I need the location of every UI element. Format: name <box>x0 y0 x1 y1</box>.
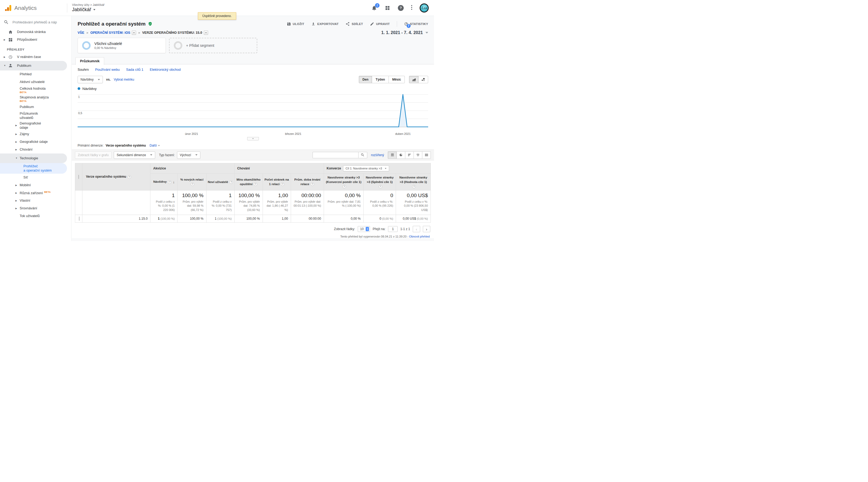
select-metric-link[interactable]: Vybrat metriku <box>114 78 134 81</box>
secondary-dimension-dropdown[interactable]: Sekundární dimenze <box>114 151 155 159</box>
notifications-bell-icon[interactable]: 2 <box>371 5 377 11</box>
crumb-dropdown-button[interactable] <box>132 31 136 35</box>
sidebar-item-geografické-údaje[interactable]: ▶Geografické údaje <box>0 138 71 146</box>
add-segment-button[interactable]: + Přidat segment <box>169 38 257 53</box>
more-options-icon[interactable] <box>411 5 412 11</box>
sdílet-button[interactable]: SDÍLET <box>345 22 363 26</box>
subtab-pou-v-n-webu[interactable]: Používání webu <box>95 67 120 72</box>
sidebar-item-srovnávání[interactable]: ▶Srovnávání <box>0 204 71 212</box>
sidebar-item-v-reálném-čase[interactable]: ▶V reálném čase <box>0 53 71 61</box>
chart-plot-area[interactable]: 10,5 <box>78 92 428 132</box>
search-input[interactable] <box>12 20 67 25</box>
motion-chart-icon[interactable] <box>418 76 428 83</box>
goal-selector-dropdown[interactable]: Cíl 1: Navstivene stranky >3 <box>343 166 389 171</box>
subtab-sada-c-l-1[interactable]: Sada cílů 1 <box>126 67 143 72</box>
help-icon[interactable]: ? <box>191 182 194 186</box>
granularity-měsíc[interactable]: Měsíc <box>389 76 405 83</box>
more-dimensions-link[interactable]: Další <box>150 144 160 147</box>
primary-dimension-selected[interactable]: Verze operačního systému <box>105 144 146 147</box>
sidebar-item-domovská-stránka[interactable]: Domovská stránka <box>0 28 71 36</box>
help-icon[interactable]: ? <box>229 180 233 184</box>
column-header-1[interactable]: % nových relací? <box>178 174 206 191</box>
chart-collapse-button[interactable] <box>247 137 259 140</box>
sidebar-item-přizpůsobení[interactable]: ▶Přizpůsobení <box>0 36 71 44</box>
sidebar-item-aktivní-uživatelé[interactable]: Aktivní uživatelé <box>0 78 71 86</box>
prev-page-button[interactable]: ‹ <box>413 226 420 232</box>
sidebar-item-technologie[interactable]: ▼Technologie <box>0 153 67 163</box>
exportovat-button[interactable]: EXPORTOVAT <box>311 22 339 26</box>
search-icon[interactable] <box>358 152 367 158</box>
column-header-8[interactable]: Navstivene stranky >3 (Hodnota cíle 1)? <box>396 174 431 191</box>
sidebar-item-síť[interactable]: Síť <box>0 174 71 181</box>
sidebar-item-tok-uživatelů[interactable]: Tok uživatelů <box>0 212 71 220</box>
account-switcher[interactable]: Jablíčkář <box>72 7 104 12</box>
sidebar-item-publikum[interactable]: ▼Publikum <box>0 61 67 70</box>
help-icon[interactable]: ? <box>311 182 314 186</box>
granularity-týden[interactable]: Týden <box>372 76 389 83</box>
help-icon[interactable]: ? <box>412 185 416 188</box>
data-table-view-icon[interactable] <box>388 152 397 159</box>
help-icon[interactable]: ? <box>379 185 382 188</box>
sidebar-item-celková-hodnota[interactable]: Celková hodnotaBETA <box>0 86 71 95</box>
statistiky-button[interactable]: 7STATISTIKY <box>404 22 428 26</box>
comparison-view-icon[interactable] <box>413 152 422 159</box>
help-icon[interactable]: ? <box>343 185 346 188</box>
uložit-button[interactable]: ULOŽIT <box>287 22 304 26</box>
rows-per-page-select[interactable]: 10 ▲▼ <box>358 226 370 232</box>
column-header-5[interactable]: Prům. doba trvání relace? <box>291 174 324 191</box>
dimension-column-header[interactable]: Verze operačního systému? <box>82 163 150 191</box>
sidebar-item-skupinová-analýza[interactable]: Skupinová analýzaBETA <box>0 95 71 104</box>
logo-area[interactable]: Analytics <box>0 4 67 12</box>
column-header-6[interactable]: Navstivene stranky >3 (Konverzní poměr c… <box>324 174 364 191</box>
sidebar-item-přehled[interactable]: Přehled <box>0 70 71 78</box>
pivot-view-icon[interactable] <box>422 152 431 159</box>
help-icon[interactable]: ? <box>281 182 284 186</box>
row-checkbox[interactable] <box>79 217 80 221</box>
sidebar-item-publikum[interactable]: Publikum <box>0 103 71 111</box>
date-range-picker[interactable]: 1. 1. 2021 - 7. 4. 2021 <box>381 30 428 35</box>
line-chart-icon[interactable] <box>409 76 418 83</box>
filter-crumb-1[interactable]: OPERAČNÍ SYSTÉM: iOS <box>90 31 130 35</box>
column-header-3[interactable]: Míra okamžitého opuštění? <box>235 174 262 191</box>
table-search-input[interactable] <box>313 152 358 158</box>
subtab-elektronick-obchod[interactable]: Elektronický obchod <box>150 67 181 72</box>
account-breadcrumb[interactable]: Všechny účty > Jablíčkář <box>72 3 104 6</box>
performance-view-icon[interactable] <box>405 152 413 159</box>
metric-dropdown[interactable]: Návštěvy <box>78 76 103 83</box>
advanced-filter-link[interactable]: rozšířený <box>371 153 384 157</box>
sidebar-item-chování[interactable]: ▶Chování <box>0 146 71 153</box>
subtab-souhrn[interactable]: Souhrn <box>78 67 89 72</box>
dimension-value[interactable]: 15.0 <box>142 217 148 221</box>
sidebar-item-průzkumník-uživatelů[interactable]: Průzkumník uživatelů <box>0 111 71 121</box>
goto-page-input[interactable] <box>388 226 398 232</box>
help-icon[interactable]: ? <box>254 182 257 186</box>
help-icon[interactable]: ? <box>128 175 131 179</box>
sidebar-item-různá-zařízení[interactable]: ▶Různá zařízeníBETA <box>0 189 71 197</box>
crumb-dropdown-button[interactable] <box>204 31 208 35</box>
segment-all-users[interactable]: Všichni uživatelé 0,00 % Návštěvy <box>78 38 166 53</box>
help-circle-icon[interactable]: ? <box>398 5 404 11</box>
granularity-den[interactable]: Den <box>359 76 372 83</box>
plot-rows-button[interactable]: Zobrazit řádky v grafu <box>75 151 112 159</box>
apps-grid-icon[interactable] <box>384 5 391 11</box>
sidebar-search[interactable] <box>0 16 71 28</box>
sidebar-item-demografické-údaje[interactable]: ▶Demografické údaje <box>0 121 71 131</box>
avatar[interactable]: Lsa <box>420 3 429 12</box>
filter-crumb-0[interactable]: VŠE <box>78 31 84 35</box>
sort-type-dropdown[interactable]: Výchozí <box>177 151 200 159</box>
help-icon[interactable]: ? <box>168 180 172 184</box>
refresh-report-link[interactable]: Obnovit přehled <box>409 235 430 238</box>
upravit-button[interactable]: UPRAVIT <box>370 22 390 26</box>
column-header-0[interactable]: Návštěvy?↓ <box>150 174 178 191</box>
sidebar-item-zájmy[interactable]: ▶Zájmy <box>0 130 71 138</box>
select-all-checkbox[interactable] <box>79 175 79 179</box>
percentage-view-icon[interactable] <box>397 152 405 159</box>
sidebar-item-vlastní[interactable]: ▶Vlastní <box>0 197 71 204</box>
column-header-2[interactable]: Noví uživatelé? <box>206 174 235 191</box>
sidebar-item-mobilní[interactable]: ▶Mobilní <box>0 181 71 189</box>
next-page-button[interactable]: › <box>423 226 430 232</box>
sidebar-item-prohlížeč-a-operační-systém[interactable]: Prohlížeč a operační systém <box>0 163 67 174</box>
tab-explorer[interactable]: Průzkumník <box>75 57 104 65</box>
column-header-7[interactable]: Navstivene stranky >3 (Splnění cíle 1)? <box>363 174 396 191</box>
column-header-4[interactable]: Počet stránek na 1 relaci? <box>262 174 291 191</box>
